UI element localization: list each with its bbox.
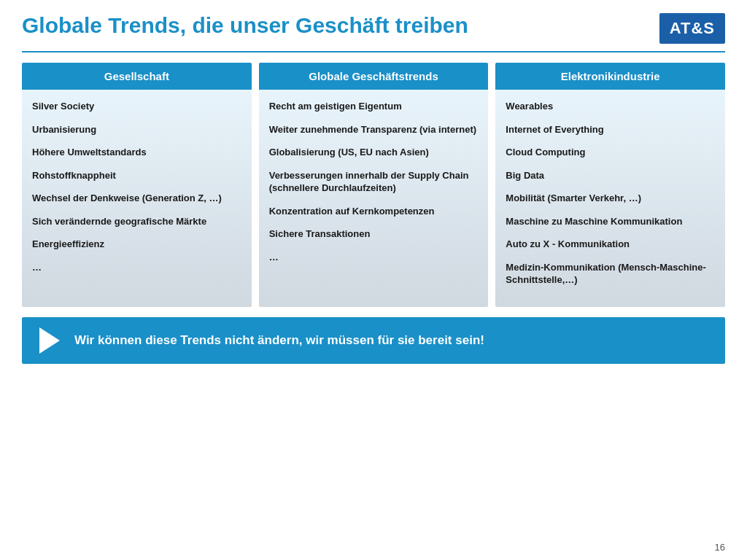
list-item: Recht am geistigen Eigentum [269, 100, 479, 113]
list-item: Höhere Umweltstandards [32, 146, 241, 159]
list-item: Weiter zunehmende Transparenz (via inter… [269, 123, 479, 136]
col-header-geschaeftstrends: Globale Geschäftstrends [259, 63, 489, 90]
list-item: … [269, 251, 479, 264]
list-item: Sich verändernde geografische Märkte [32, 215, 241, 228]
list-item: Konzentration auf Kernkompetenzen [269, 205, 479, 218]
list-item: Verbesserungen innerhalb der Supply Chai… [269, 169, 479, 195]
page-title: Globale Trends, die unser Geschäft treib… [22, 13, 468, 39]
list-item: Energieeffizienz [32, 238, 241, 251]
columns-area: Gesellschaft Silver Society Urbanisierun… [22, 63, 725, 307]
column-geschaeftstrends: Globale Geschäftstrends Recht am geistig… [259, 63, 489, 307]
list-item: Rohstoffknappheit [32, 169, 241, 182]
footer-banner: Wir können diese Trends nicht ändern, wi… [22, 317, 725, 364]
list-item: Sichere Transaktionen [269, 228, 479, 241]
list-item: Globalisierung (US, EU nach Asien) [269, 146, 479, 159]
col-header-elektronikindustrie: Elektronikindustrie [495, 63, 725, 90]
footer-text: Wir können diese Trends nicht ändern, wi… [74, 333, 484, 348]
list-item: … [32, 261, 241, 274]
column-elektronikindustrie: Elektronikindustrie Wearables Internet o… [495, 63, 725, 307]
header: Globale Trends, die unser Geschäft treib… [0, 0, 747, 51]
list-item: Big Data [506, 169, 715, 182]
list-item: Wechsel der Denkweise (Generation Z, …) [32, 192, 241, 205]
list-item: Wearables [506, 100, 715, 113]
list-item: Internet of Everything [506, 123, 715, 136]
page-number: 16 [715, 542, 725, 553]
col-header-gesellschaft: Gesellschaft [22, 63, 252, 90]
list-item: Maschine zu Maschine Kommunikation [506, 215, 715, 228]
arrow-icon [39, 327, 60, 354]
list-item: Auto zu X - Kommunikation [506, 238, 715, 251]
list-item: Urbanisierung [32, 123, 241, 136]
col-body-geschaeftstrends: Recht am geistigen Eigentum Weiter zuneh… [259, 90, 489, 307]
col-body-elektronikindustrie: Wearables Internet of Everything Cloud C… [495, 90, 725, 307]
col-body-gesellschaft: Silver Society Urbanisierung Höhere Umwe… [22, 90, 252, 307]
slide: Globale Trends, die unser Geschäft treib… [0, 0, 747, 560]
list-item: Cloud Computing [506, 146, 715, 159]
list-item: Silver Society [32, 100, 241, 113]
header-divider [22, 51, 725, 52]
list-item: Medizin-Kommunikation (Mensch-Maschine-S… [506, 261, 715, 287]
column-gesellschaft: Gesellschaft Silver Society Urbanisierun… [22, 63, 252, 307]
logo: AT&S [659, 13, 725, 44]
list-item: Mobilität (Smarter Verkehr, …) [506, 192, 715, 205]
